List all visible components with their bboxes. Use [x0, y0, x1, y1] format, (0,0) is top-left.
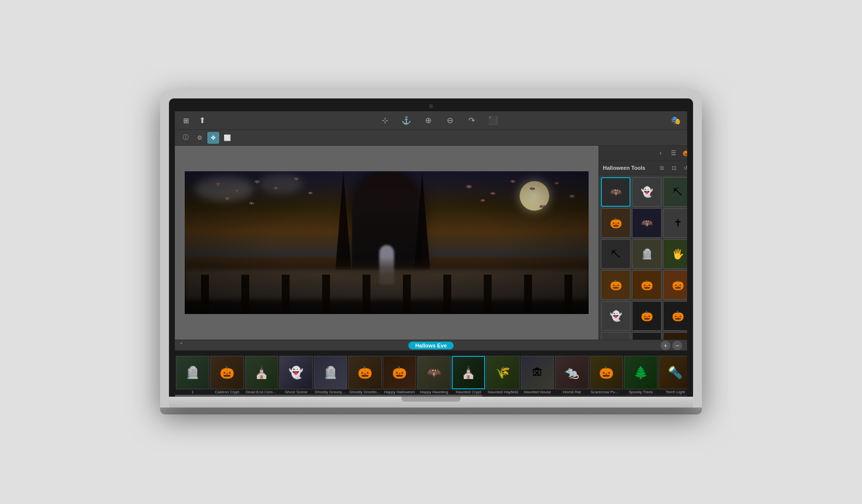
refresh-btn[interactable]: ↺	[681, 163, 687, 173]
panel-thumb-1[interactable]: 🦇	[601, 177, 630, 207]
bat-2: 🦇	[234, 189, 239, 193]
toolbar-center: ⊹ ⚓ ⊕ ⊖ ↷ ⬛	[378, 114, 499, 127]
move-btn[interactable]: ✥	[207, 132, 219, 144]
panel-list-btn[interactable]: ☰	[668, 148, 679, 158]
bat-5: 🦇	[273, 186, 278, 190]
filmstrip-item-12[interactable]: 🐀 Horrid Rat	[555, 356, 589, 395]
remove-scene-btn[interactable]: −	[672, 341, 682, 350]
settings-btn[interactable]: ⚙	[194, 132, 205, 144]
panel-thumb-4[interactable]: 🎃	[601, 208, 630, 238]
filmstrip-item-1[interactable]: 🪦 1	[176, 356, 209, 395]
filmstrip: 🪦 1 🎃 Caldron Crypt ⛪ Dead End Cemetery …	[175, 350, 687, 395]
canvas-area: 🦇 🦇 🦇 🦇 🦇 🦇 🦇 🦇 🦇 🦇 🦇	[175, 146, 598, 340]
file-icon[interactable]: ⊞	[180, 114, 193, 127]
panel-thumb-13[interactable]: 👻	[601, 301, 630, 331]
bat-7: 🦇	[293, 176, 299, 182]
add-scene-btn[interactable]: +	[661, 341, 670, 350]
filmstrip-item-10[interactable]: 🌾 Haunted Hayfield	[486, 356, 520, 395]
panel-thumb-9[interactable]: 🖐	[663, 239, 687, 269]
panel-top-bar: › ☰ 🎃	[599, 146, 687, 161]
bat-16: 🦇	[569, 193, 575, 199]
current-scene-label: Hallows Eve	[408, 342, 454, 349]
bat-15: 🦇	[554, 181, 559, 186]
filmstrip-item-14[interactable]: 🌲 Spooky Trees	[624, 356, 658, 395]
bat-1: 🦇	[214, 181, 222, 188]
scene-trees	[185, 275, 589, 314]
right-panel: › ☰ 🎃 Halloween Tools ⧉ ⊡ ↺	[598, 146, 687, 340]
filmstrip-item-9[interactable]: ⛪ Haunted Crypt	[452, 356, 485, 395]
filmstrip-item-15[interactable]: 🔦 Torch Light	[659, 356, 687, 395]
bat-9: 🦇	[465, 184, 472, 190]
panel-title: Halloween Tools	[603, 165, 645, 171]
panel-thumb-2[interactable]: 👻	[632, 177, 662, 207]
panel-thumb-11[interactable]: 🎃	[632, 270, 662, 300]
rotate-icon[interactable]: ↷	[465, 114, 478, 127]
laptop-container: ⊞ ⬆ ⊹ ⚓ ⊕ ⊖ ↷ ⬛ 🎭	[160, 90, 702, 414]
bat-3: 🦇	[254, 179, 261, 185]
panel-emoji-btn[interactable]: 🎃	[681, 148, 687, 158]
panel-thumb-10[interactable]: 🎃	[601, 270, 630, 300]
filmstrip-item-7[interactable]: 🎃 Happy Halloween	[383, 356, 416, 395]
panel-thumb-18[interactable]: 🎃	[663, 332, 687, 340]
select-btn[interactable]: ⬜	[221, 132, 233, 144]
panel-thumb-16[interactable]: 👻	[601, 332, 630, 340]
toolbar-secondary: ⓘ ⚙ ✥ ⬜	[175, 130, 687, 146]
panel-thumb-3[interactable]: ⛏	[663, 177, 687, 207]
panel-thumb-17[interactable]: 🎃	[632, 332, 662, 340]
laptop-shell: ⊞ ⬆ ⊹ ⚓ ⊕ ⊖ ↷ ⬛ 🎭	[160, 90, 702, 408]
filmstrip-bar: ˅ Hallows Eve + −	[175, 340, 687, 350]
panel-title-bar: Halloween Tools ⧉ ⊡ ↺	[599, 161, 687, 175]
laptop-base	[169, 397, 693, 408]
panel-thumb-15[interactable]: 🎃	[663, 301, 687, 331]
webcam	[429, 104, 433, 108]
panel-thumb-8[interactable]: 🪦	[632, 239, 662, 269]
filmstrip-item-5[interactable]: 🪦 Ghostly Graveyard	[314, 356, 347, 395]
duplicate-btn[interactable]: ⧉	[657, 163, 667, 173]
copy-btn[interactable]: ⊡	[669, 163, 679, 173]
filmstrip-controls: + −	[661, 341, 682, 350]
panel-actions: ⧉ ⊡ ↺	[657, 163, 687, 173]
crop-icon[interactable]: ⊹	[378, 114, 391, 127]
bat-4: 🦇	[224, 196, 230, 201]
zoom-in-icon[interactable]: ⊕	[422, 114, 434, 127]
export-icon[interactable]: ⬛	[487, 114, 499, 127]
screen: ⊞ ⬆ ⊹ ⚓ ⊕ ⊖ ↷ ⬛ 🎭	[175, 111, 687, 397]
filmstrip-item-13[interactable]: 🎃 Scarecrow Pumpkins	[590, 356, 623, 395]
anchor-icon[interactable]: ⚓	[400, 114, 413, 127]
toolbar-top: ⊞ ⬆ ⊹ ⚓ ⊕ ⊖ ↷ ⬛ 🎭	[175, 111, 687, 130]
bat-8: 🦇	[308, 191, 313, 195]
filmstrip-item-2[interactable]: 🎃 Caldron Crypt	[210, 356, 244, 395]
panel-thumb-14[interactable]: 🎃	[632, 301, 662, 331]
upload-icon[interactable]: ⬆	[196, 114, 208, 127]
filmstrip-item-8[interactable]: 🦇 Happy Haunting	[417, 356, 451, 395]
filmstrip-item-4[interactable]: 👻 Ghost Scene	[279, 356, 313, 395]
panel-collapse-btn[interactable]: ›	[655, 148, 666, 158]
panel-thumbnails: 🦇👻⛏🎃🦇✝⛏🪦🖐🎃🎃🎃👻🎃🎃👻🎃🎃	[599, 175, 687, 340]
bat-11: 🦇	[510, 179, 516, 184]
screen-bezel: ⊞ ⬆ ⊹ ⚓ ⊕ ⊖ ↷ ⬛ 🎭	[169, 98, 693, 397]
zoom-out-icon[interactable]: ⊖	[443, 114, 456, 127]
info-btn[interactable]: ⓘ	[180, 132, 192, 144]
app-container: ⊞ ⬆ ⊹ ⚓ ⊕ ⊖ ↷ ⬛ 🎭	[175, 111, 687, 397]
panel-thumb-12[interactable]: 🎃	[663, 270, 687, 300]
main-area: 🦇 🦇 🦇 🦇 🦇 🦇 🦇 🦇 🦇 🦇 🦇	[175, 146, 687, 340]
bat-13: 🦇	[530, 186, 535, 191]
bat-6: 🦇	[249, 201, 254, 206]
canvas-image[interactable]: 🦇 🦇 🦇 🦇 🦇 🦇 🦇 🦇 🦇 🦇 🦇	[185, 171, 589, 314]
bat-12: 🦇	[480, 198, 485, 203]
filmstrip-item-3[interactable]: ⛪ Dead End Cemetery	[245, 356, 278, 395]
filmstrip-item-6[interactable]: 🎃 Ghostly Greetings	[348, 356, 382, 395]
laptop-foot	[160, 408, 702, 414]
panel-thumb-5[interactable]: 🦇	[632, 208, 662, 238]
panel-thumb-6[interactable]: ✝	[663, 208, 687, 238]
filmstrip-item-11[interactable]: 🏚 Haunted House	[521, 356, 554, 395]
panel-thumb-7[interactable]: ⛏	[601, 239, 630, 269]
sticker-icon[interactable]: 🎭	[669, 114, 682, 127]
filmstrip-chevron[interactable]: ˅	[180, 342, 183, 349]
bat-10: 🦇	[490, 191, 496, 196]
bat-14: 🦇	[539, 203, 546, 210]
